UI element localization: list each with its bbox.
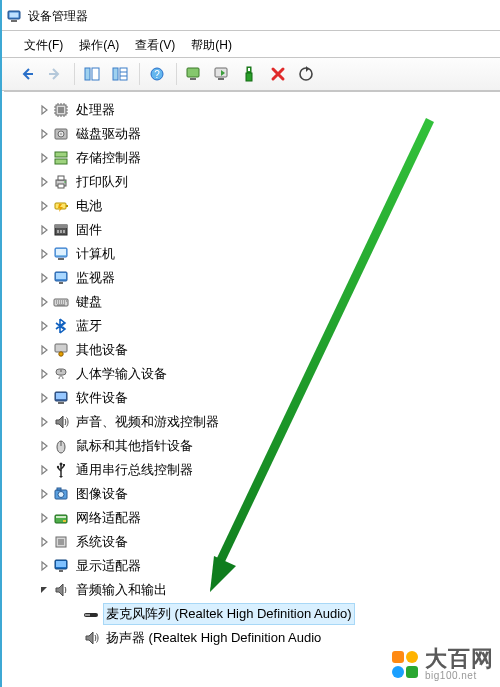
device-speaker[interactable]: 扬声器 (Realtek High Definition Audio [4, 626, 500, 650]
arrow-left-icon [19, 66, 35, 82]
keyboard-icon [52, 293, 70, 311]
expand-icon[interactable] [36, 486, 52, 502]
expand-icon[interactable] [36, 102, 52, 118]
expand-icon[interactable] [36, 342, 52, 358]
expand-icon[interactable] [36, 126, 52, 142]
collapse-icon[interactable] [36, 582, 52, 598]
tree-item-label: 键盘 [74, 292, 104, 312]
expand-icon[interactable] [36, 510, 52, 526]
svg-marker-72 [42, 466, 47, 474]
svg-rect-48 [56, 249, 66, 255]
svg-marker-67 [42, 418, 47, 426]
svg-rect-65 [56, 393, 66, 399]
toolbar-enable-button[interactable] [237, 61, 263, 87]
app-icon [6, 8, 22, 24]
expand-icon[interactable] [36, 462, 52, 478]
computer-icon [52, 245, 70, 263]
disk-icon [52, 125, 70, 143]
expand-icon[interactable] [36, 270, 52, 286]
toolbar-back-button[interactable] [14, 61, 40, 87]
expand-icon[interactable] [36, 222, 52, 238]
svg-rect-90 [56, 561, 66, 567]
toolbar-details-button[interactable] [79, 61, 105, 87]
svg-rect-4 [92, 68, 99, 80]
svg-rect-17 [246, 73, 252, 81]
menu-view[interactable]: 查看(V) [127, 34, 183, 57]
category-display[interactable]: 显示适配器 [4, 554, 500, 578]
toolbar-scan-button[interactable] [181, 61, 207, 87]
toolbar-uninstall-button[interactable] [265, 61, 291, 87]
svg-point-73 [60, 463, 63, 466]
toolbar-forward-button[interactable] [42, 61, 68, 87]
svg-rect-12 [190, 78, 196, 80]
expand-icon[interactable] [36, 438, 52, 454]
category-computer[interactable]: 计算机 [4, 242, 500, 266]
category-software[interactable]: 软件设备 [4, 386, 500, 410]
expand-icon[interactable] [36, 198, 52, 214]
toolbar-update-driver-button[interactable] [209, 61, 235, 87]
svg-rect-74 [63, 464, 65, 466]
expand-icon[interactable] [36, 414, 52, 430]
svg-rect-44 [60, 230, 62, 233]
refresh-icon [298, 66, 314, 82]
svg-marker-81 [42, 514, 47, 522]
svg-marker-68 [56, 416, 63, 428]
toolbar-help-button[interactable]: ? [144, 61, 170, 87]
expand-icon[interactable] [36, 558, 52, 574]
category-keyboard[interactable]: 键盘 [4, 290, 500, 314]
category-battery[interactable]: 电池 [4, 194, 500, 218]
expand-icon[interactable] [36, 318, 52, 334]
category-hid[interactable]: 人体学输入设备 [4, 362, 500, 386]
category-sound[interactable]: 声音、视频和游戏控制器 [4, 410, 500, 434]
category-other[interactable]: 其他设备 [4, 338, 500, 362]
svg-marker-96 [86, 632, 93, 644]
svg-rect-33 [58, 176, 64, 180]
svg-rect-15 [218, 78, 224, 80]
no-expander [66, 630, 82, 646]
speaker-icon [82, 629, 100, 647]
toolbar-tiles-button[interactable] [107, 61, 133, 87]
category-storage[interactable]: 存储控制器 [4, 146, 500, 170]
sound-icon [52, 413, 70, 431]
category-printer[interactable]: 打印队列 [4, 170, 500, 194]
expand-icon[interactable] [36, 294, 52, 310]
expand-icon[interactable] [36, 150, 52, 166]
battery-icon [52, 197, 70, 215]
usb-icon [52, 461, 70, 479]
svg-marker-88 [42, 562, 47, 570]
imaging-icon [52, 485, 70, 503]
menu-action[interactable]: 操作(A) [71, 34, 127, 57]
firmware-icon [52, 221, 70, 239]
category-usb[interactable]: 通用串行总线控制器 [4, 458, 500, 482]
menu-help[interactable]: 帮助(H) [183, 34, 240, 57]
tree-item-label: 系统设备 [74, 532, 130, 552]
category-mouse[interactable]: 鼠标和其他指针设备 [4, 434, 500, 458]
svg-point-79 [58, 492, 64, 498]
svg-marker-63 [42, 394, 47, 402]
category-firmware[interactable]: 固件 [4, 218, 500, 242]
category-monitor[interactable]: 监视器 [4, 266, 500, 290]
category-bluetooth[interactable]: 蓝牙 [4, 314, 500, 338]
expand-icon[interactable] [36, 390, 52, 406]
tree-item-label: 监视器 [74, 268, 117, 288]
expand-icon[interactable] [36, 174, 52, 190]
category-disk[interactable]: 磁盘驱动器 [4, 122, 500, 146]
svg-marker-56 [42, 322, 47, 330]
svg-rect-1 [10, 13, 19, 18]
svg-marker-46 [42, 250, 47, 258]
help-icon: ? [149, 66, 165, 82]
toolbar-refresh-button[interactable] [293, 61, 319, 87]
tree-item-label: 电池 [74, 196, 104, 216]
category-cpu[interactable]: 处理器 [4, 98, 500, 122]
svg-rect-43 [57, 230, 59, 233]
menu-file[interactable]: 文件(F) [16, 34, 71, 57]
expand-icon[interactable] [36, 246, 52, 262]
category-network[interactable]: 网络适配器 [4, 506, 500, 530]
category-system[interactable]: 系统设备 [4, 530, 500, 554]
category-audio-io[interactable]: 音频输入和输出 [4, 578, 500, 602]
expand-icon[interactable] [36, 366, 52, 382]
device-tree-panel[interactable]: 处理器磁盘驱动器存储控制器打印队列电池固件计算机监视器键盘蓝牙其他设备人体学输入… [4, 91, 500, 687]
device-mic[interactable]: 麦克风阵列 (Realtek High Definition Audio) [4, 602, 500, 626]
category-imaging[interactable]: 图像设备 [4, 482, 500, 506]
expand-icon[interactable] [36, 534, 52, 550]
